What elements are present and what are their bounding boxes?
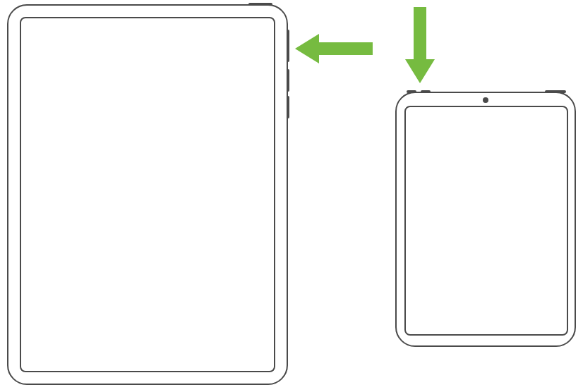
screen-large <box>20 17 275 372</box>
side-button-large <box>287 30 289 62</box>
ipad-small <box>395 92 576 347</box>
diagram-canvas <box>0 0 583 392</box>
arrow-down-icon <box>402 7 438 83</box>
svg-marker-1 <box>405 7 435 83</box>
front-camera-icon <box>483 97 488 103</box>
svg-marker-0 <box>295 34 373 63</box>
top-button-large <box>248 3 272 6</box>
ipad-large <box>7 4 288 385</box>
volume-down-small <box>421 90 431 93</box>
volume-up-small <box>407 90 416 93</box>
top-button-small <box>545 90 566 93</box>
arrow-left-icon <box>295 31 373 66</box>
screen-small <box>404 106 568 336</box>
volume-down-large <box>287 96 289 118</box>
volume-up-large <box>287 69 289 92</box>
